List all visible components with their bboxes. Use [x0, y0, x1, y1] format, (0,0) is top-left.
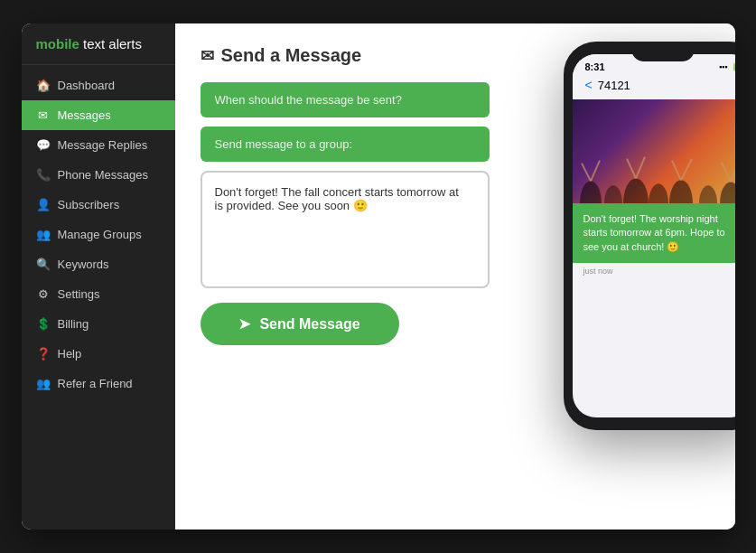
phone-message-area: Don't forget! The worship night starts t… — [573, 99, 735, 417]
svg-line-10 — [636, 157, 645, 179]
svg-line-7 — [582, 164, 591, 182]
sidebar-item-label: Refer a Friend — [58, 377, 133, 390]
home-icon: 🏠 — [36, 79, 51, 92]
sidebar-nav: 🏠 Dashboard ✉ Messages 💬 Message Replies… — [22, 65, 175, 404]
message-bubble: Don't forget! The worship night starts t… — [573, 203, 735, 263]
messages-icon: ✉ — [36, 108, 51, 122]
phone-mockup: 8:31 ▪▪▪ 🔋 < 74121 — [564, 42, 735, 430]
sidebar-item-label: Phone Messages — [58, 168, 148, 182]
svg-line-11 — [672, 161, 681, 181]
sidebar-item-help[interactable]: ❓ Help — [22, 339, 175, 369]
phone-icon: 📞 — [36, 168, 51, 182]
phone-time: 8:31 — [585, 61, 605, 72]
sidebar-item-messages[interactable]: ✉ Messages — [22, 100, 175, 130]
svg-point-0 — [580, 181, 602, 203]
crowd-svg — [573, 141, 735, 203]
phone-screen: 8:31 ▪▪▪ 🔋 < 74121 — [573, 54, 735, 417]
svg-point-5 — [699, 185, 717, 203]
message-timestamp: just now — [573, 263, 735, 279]
sidebar-item-label: Message Replies — [58, 138, 148, 152]
sidebar-item-keywords[interactable]: 🔍 Keywords — [22, 249, 175, 279]
sidebar-item-billing[interactable]: 💲 Billing — [22, 309, 175, 339]
logo-mobile: mobile — [36, 36, 79, 52]
billing-icon: 💲 — [36, 317, 51, 331]
settings-icon: ⚙ — [36, 287, 51, 301]
group-input[interactable] — [201, 127, 490, 162]
message-text: Don't forget! The worship night starts t… — [583, 213, 725, 252]
sidebar: mobile text alerts 🏠 Dashboard ✉ Message… — [22, 23, 175, 530]
sidebar-item-manage-groups[interactable]: 👥 Manage Groups — [22, 220, 175, 249]
svg-point-3 — [649, 183, 668, 203]
sidebar-item-dashboard[interactable]: 🏠 Dashboard — [22, 70, 175, 100]
sidebar-item-refer[interactable]: 👥 Refer a Friend — [22, 369, 175, 398]
app-logo: mobile text alerts — [22, 23, 175, 65]
svg-point-6 — [720, 182, 735, 203]
svg-line-12 — [681, 159, 692, 181]
sidebar-item-label: Subscribers — [58, 198, 120, 211]
main-content: ✉ Send a Message Don't forget! The fall … — [175, 23, 735, 530]
svg-line-9 — [627, 159, 636, 179]
when-input[interactable] — [201, 82, 490, 117]
svg-line-8 — [591, 161, 600, 182]
phone-number: 74121 — [598, 79, 630, 92]
help-icon: ❓ — [36, 347, 51, 361]
sidebar-item-label: Dashboard — [58, 79, 116, 92]
phone-status-icons: ▪▪▪ 🔋 — [719, 62, 735, 71]
wifi-icon: 🔋 — [731, 62, 735, 71]
phone-notch — [631, 42, 695, 61]
subscribers-icon: 👤 — [36, 198, 51, 211]
sidebar-item-label: Billing — [58, 317, 89, 331]
sidebar-item-phone-messages[interactable]: 📞 Phone Messages — [22, 160, 175, 190]
sidebar-item-label: Messages — [58, 108, 111, 122]
message-textarea[interactable]: Don't forget! The fall concert starts to… — [201, 171, 490, 288]
envelope-icon: ✉ — [201, 46, 214, 66]
groups-icon: 👥 — [36, 228, 51, 241]
refer-icon: 👥 — [36, 377, 51, 390]
keywords-icon: 🔍 — [36, 258, 51, 271]
send-icon: ➤ — [238, 315, 250, 333]
replies-icon: 💬 — [36, 138, 51, 152]
svg-line-14 — [731, 161, 735, 183]
svg-point-2 — [623, 178, 649, 203]
back-chevron-icon: < — [585, 78, 593, 92]
svg-line-13 — [722, 163, 731, 183]
sidebar-item-label: Manage Groups — [58, 228, 142, 241]
sidebar-item-settings[interactable]: ⚙ Settings — [22, 279, 175, 309]
signal-icon: ▪▪▪ — [719, 62, 728, 71]
concert-image — [573, 99, 735, 203]
sidebar-item-subscribers[interactable]: 👤 Subscribers — [22, 190, 175, 220]
sidebar-item-label: Settings — [58, 287, 100, 301]
sidebar-item-label: Keywords — [58, 258, 109, 271]
svg-point-1 — [604, 185, 622, 203]
sidebar-item-message-replies[interactable]: 💬 Message Replies — [22, 130, 175, 160]
sidebar-item-label: Help — [58, 347, 82, 361]
phone-header: < 74121 — [573, 74, 735, 99]
svg-point-4 — [669, 180, 693, 203]
logo-rest: text alerts — [79, 36, 142, 52]
send-button[interactable]: ➤ Send Message — [201, 303, 399, 345]
